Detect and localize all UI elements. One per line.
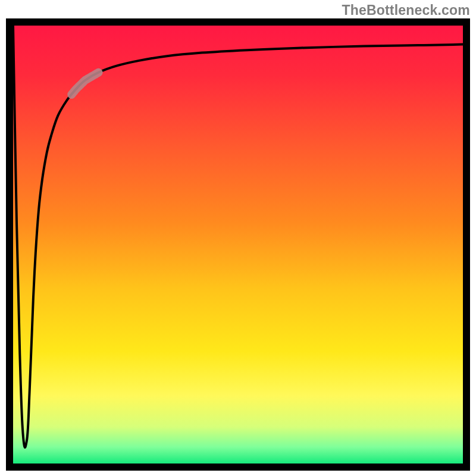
attribution-label: TheBottleneck.com — [342, 2, 470, 18]
bottleneck-plot — [6, 18, 470, 471]
plot-frame — [6, 18, 470, 471]
chart-stage: TheBottleneck.com — [0, 0, 476, 476]
